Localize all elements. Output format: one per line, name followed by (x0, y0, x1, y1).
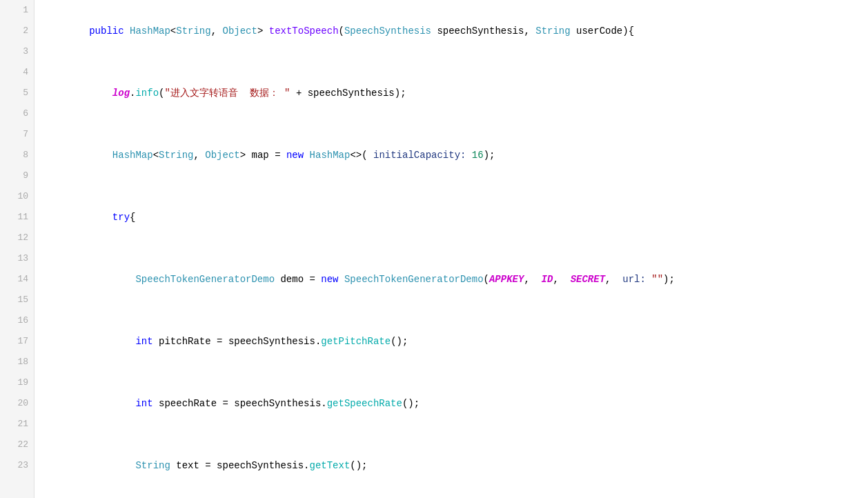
code-line-1: public HashMap<String, Object> textToSpe… (34, 0, 868, 62)
code-container: 1 2 3 4 5 6 7 8 9 10 11 12 13 14 15 16 1… (0, 0, 868, 498)
line-num-14: 14 (6, 269, 28, 290)
line-num-3: 3 (6, 41, 28, 62)
line-num-7: 7 (6, 124, 28, 145)
line-num-18: 18 (6, 352, 28, 372)
line-num-4: 4 (6, 62, 28, 83)
code-line-4: try{ (34, 186, 868, 248)
code-line-2: log.info("进入文字转语音 数据： " + speechSynthesi… (34, 62, 868, 124)
line-num-6: 6 (6, 103, 28, 124)
line-num-5: 5 (6, 83, 28, 103)
line-num-9: 9 (6, 166, 28, 186)
line-num-2: 2 (6, 21, 28, 41)
code-content[interactable]: public HashMap<String, Object> textToSpe… (34, 0, 868, 498)
line-num-11: 11 (6, 207, 28, 228)
line-num-10: 10 (6, 186, 28, 207)
code-line-6: int pitchRate = speechSynthesis.getPitch… (34, 310, 868, 372)
line-num-12: 12 (6, 228, 28, 248)
line-num-16: 16 (6, 310, 28, 331)
code-line-7: int speechRate = speechSynthesis.getSpee… (34, 372, 868, 435)
line-num-21: 21 (6, 414, 28, 435)
line-num-1: 1 (6, 0, 28, 21)
line-numbers: 1 2 3 4 5 6 7 8 9 10 11 12 13 14 15 16 1… (0, 0, 34, 498)
code-line-8: String text = speechSynthesis.getText(); (34, 435, 868, 497)
code-line-3: HashMap<String, Object> map = new HashMa… (34, 124, 868, 186)
code-editor[interactable]: 1 2 3 4 5 6 7 8 9 10 11 12 13 14 15 16 1… (0, 0, 868, 498)
line-num-20: 20 (6, 393, 28, 414)
line-num-13: 13 (6, 248, 28, 269)
line-num-19: 19 (6, 372, 28, 393)
line-num-22: 22 (6, 435, 28, 455)
line-num-15: 15 (6, 290, 28, 310)
line-num-23: 23 (6, 455, 28, 476)
line-num-17: 17 (6, 331, 28, 352)
code-line-5: SpeechTokenGeneratorDemo demo = new Spee… (34, 248, 868, 310)
line-num-8: 8 (6, 145, 28, 166)
